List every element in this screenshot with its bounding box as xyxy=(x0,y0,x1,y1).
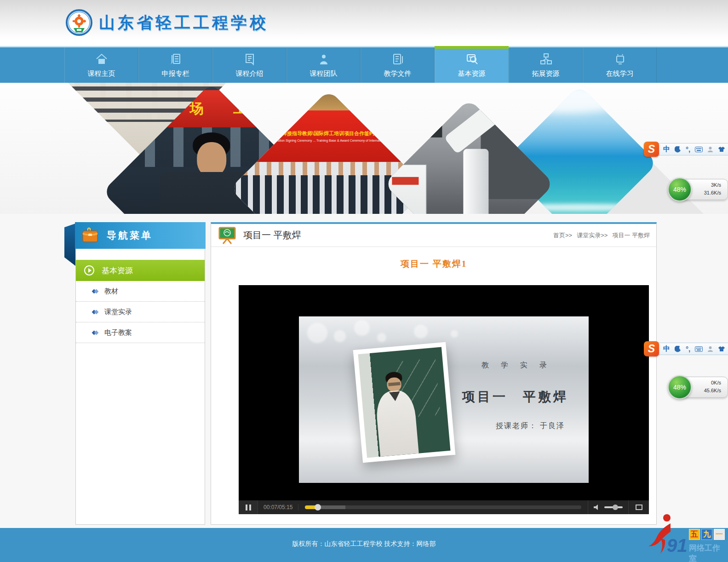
keyboard-icon[interactable] xyxy=(695,147,703,152)
ceremony-banner-cn: 国焊接学会(DVS)焊接指导教师\国际焊工培训项目合作签约暨培训基地授牌仪 xyxy=(243,130,415,137)
pause-button[interactable] xyxy=(239,500,258,514)
sidebar-active-label: 基本资源 xyxy=(102,265,133,276)
user-icon[interactable] xyxy=(707,146,713,153)
studio-box-wu: 五 xyxy=(689,529,700,540)
fullscreen-button[interactable] xyxy=(629,500,649,514)
nav-label: 课程团队 xyxy=(310,69,338,78)
diamond-bullet-icon xyxy=(92,288,98,294)
ime-toolbar-bar: 中 °, xyxy=(656,143,728,155)
nav-label: 教学文件 xyxy=(384,69,412,78)
slide-teacher-photo xyxy=(353,342,456,463)
studio-box-yi: 一 xyxy=(714,529,725,540)
speaker-icon[interactable] xyxy=(594,504,601,510)
download-speed-value: 45.6K/s xyxy=(692,388,725,393)
volume-handle[interactable] xyxy=(613,505,618,510)
basic-resources-icon xyxy=(465,52,479,66)
slide-title: 项目一 平敷焊 xyxy=(462,388,568,406)
ceremony-ceiling xyxy=(230,90,428,110)
ime-toolbar-bar: 中 °, xyxy=(656,343,728,355)
video-controls: 00:07/05:15 xyxy=(239,500,649,514)
slide-teacher-name: 授课老师： 于良泽 xyxy=(496,421,565,431)
nav-label: 拓展资源 xyxy=(532,69,560,78)
nav-item-course-intro[interactable]: 课程介绍 xyxy=(212,47,287,83)
nav-item-extended-resources[interactable]: 拓展资源 xyxy=(509,47,583,83)
sidebar-item-class-recordings[interactable]: 课堂实录 xyxy=(76,302,205,322)
chalkboard-icon xyxy=(218,227,237,244)
nav-item-declare-column[interactable]: 申报专栏 xyxy=(138,47,212,83)
content-header: 项目一 平敷焊 首页>> 课堂实录>> 项目一 平敷焊 xyxy=(211,224,656,247)
breadcrumb-current: 项目一 平敷焊 xyxy=(612,231,650,240)
course-team-icon xyxy=(317,52,331,66)
sidebar-item-label: 电子教案 xyxy=(104,328,132,337)
school-emblem-icon xyxy=(66,9,92,36)
nav-label: 基本资源 xyxy=(458,69,486,78)
sogou-logo[interactable]: S xyxy=(644,341,659,356)
diamond-bullet-icon xyxy=(92,309,98,315)
ceremony-banner-en: Cooperation Signing Ceremony ... Trainin… xyxy=(267,139,390,142)
upload-speed-value: 3K/s xyxy=(692,182,725,188)
breadcrumb-home[interactable]: 首页>> xyxy=(553,231,572,240)
moon-icon[interactable] xyxy=(675,146,681,153)
studio-name: 网络工作室 xyxy=(689,543,727,562)
nav-item-online-learning[interactable]: 在线学习 xyxy=(583,47,657,83)
skin-tshirt-icon[interactable] xyxy=(718,146,725,152)
video-slide: 教 学 实 录 项目一 平敷焊 授课老师： 于良泽 xyxy=(299,316,589,483)
site-footer: 版权所有：山东省轻工工程学校 技术支持：网络部 91 五 九 一 网络工作室 xyxy=(0,528,728,562)
nav-item-course-team[interactable]: 课程团队 xyxy=(287,47,361,83)
main-nav: 课程主页 申报专栏 课程介绍 课程团队 xyxy=(0,46,728,83)
page-title: 项目一 平敷焊 xyxy=(243,229,301,241)
studio-watermark[interactable]: 91 五 九 一 网络工作室 xyxy=(647,519,727,561)
briefcase-icon xyxy=(81,227,100,244)
sidebar-title: 导航菜单 xyxy=(107,229,153,242)
extended-resources-icon xyxy=(539,52,553,66)
breadcrumb-section[interactable]: 课堂实录>> xyxy=(577,231,608,240)
upload-speed-value: 0K/s xyxy=(692,380,725,385)
course-intro-icon xyxy=(243,52,257,66)
studio-number: 91 xyxy=(667,535,688,556)
sidebar-item-textbook[interactable]: 教材 xyxy=(76,281,205,302)
progress-percent-badge[interactable]: 48% xyxy=(668,178,692,201)
school-name: 山东省轻工工程学校 xyxy=(99,12,269,34)
download-speed-widget-2[interactable]: ↑ 0K/s ↓ 45.6K/s 48% xyxy=(668,375,728,399)
site-header: 山东省轻工工程学校 xyxy=(0,0,728,46)
content-panel: 项目一 平敷焊 首页>> 课堂实录>> 项目一 平敷焊 项目一 平敷焊1 xyxy=(211,222,657,525)
download-speed-value: 31.6K/s xyxy=(692,190,725,195)
progress-percent-badge[interactable]: 48% xyxy=(668,375,692,399)
ime-lang-toggle[interactable]: 中 xyxy=(663,344,670,353)
nav-label: 课程主页 xyxy=(88,69,115,78)
sogou-logo[interactable]: S xyxy=(644,142,659,157)
article-title: 项目一 平敷焊1 xyxy=(211,258,656,270)
ime-lang-toggle[interactable]: 中 xyxy=(663,145,670,154)
breadcrumb: 首页>> 课堂实录>> 项目一 平敷焊 xyxy=(553,231,650,240)
studio-box-jiu: 九 xyxy=(701,529,712,540)
sidebar-item-label: 教材 xyxy=(104,287,118,296)
skin-tshirt-icon[interactable] xyxy=(718,346,725,352)
video-screen[interactable]: 教 学 实 录 项目一 平敷焊 授课老师： 于良泽 xyxy=(239,285,649,500)
fuzzy-pinyin-icon[interactable]: °, xyxy=(686,145,690,153)
teaching-files-icon xyxy=(391,52,405,66)
ime-toolbar-2: 中 °, S xyxy=(644,341,728,357)
nav-item-teaching-files[interactable]: 教学文件 xyxy=(361,47,435,83)
sidebar-menu: 基本资源 教材 课堂实录 电子教案 xyxy=(75,249,205,525)
progress-bar[interactable] xyxy=(305,505,581,509)
keyboard-icon[interactable] xyxy=(695,346,703,352)
progress-handle[interactable] xyxy=(315,504,321,510)
online-learning-icon xyxy=(613,52,627,66)
sidebar-item-e-lesson-plans[interactable]: 电子教案 xyxy=(76,322,205,343)
site-logo: 山东省轻工工程学校 xyxy=(66,9,269,36)
nav-label: 课程介绍 xyxy=(236,69,264,78)
sidebar-item-basic-resources[interactable]: 基本资源 xyxy=(76,260,205,281)
nav-item-course-home[interactable]: 课程主页 xyxy=(64,47,138,83)
nav-item-basic-resources[interactable]: 基本资源 xyxy=(435,47,509,83)
sidebar-header: 导航菜单 xyxy=(75,222,206,249)
arrow-circle-icon xyxy=(84,265,94,275)
moon-icon[interactable] xyxy=(675,346,681,352)
nav-label: 在线学习 xyxy=(606,69,634,78)
fuzzy-pinyin-icon[interactable]: °, xyxy=(686,345,690,353)
download-speed-widget-1[interactable]: ↑ 3K/s ↓ 31.6K/s 48% xyxy=(668,178,728,201)
studio-boxes: 五 九 一 xyxy=(689,529,725,540)
declare-column-icon xyxy=(169,52,183,66)
progress-buffered xyxy=(317,505,345,509)
volume-slider[interactable] xyxy=(604,506,623,508)
user-icon[interactable] xyxy=(707,346,713,352)
